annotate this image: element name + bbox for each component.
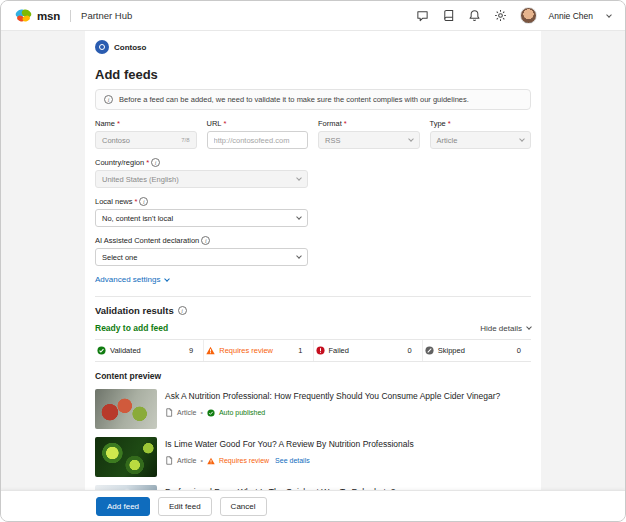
- meta-separator: •: [200, 409, 202, 416]
- name-label: Name: [95, 119, 115, 128]
- article-thumbnail-limes: [95, 437, 157, 477]
- action-bar: Add feed Edit feed Cancel: [1, 490, 625, 521]
- chevron-down-icon: [165, 276, 171, 282]
- required-marker: *: [448, 119, 451, 128]
- local-news-value: No, content isn't local: [102, 214, 173, 223]
- required-marker: *: [224, 119, 227, 128]
- validation-header: Validation results i: [95, 305, 531, 316]
- stat-label: Failed: [329, 346, 349, 355]
- user-name: Annie Chen: [549, 11, 593, 21]
- document-icon: [165, 408, 173, 417]
- format-field-group: Format * RSS: [318, 119, 420, 149]
- preview-item: Is Lime Water Good For You? A Review By …: [95, 437, 531, 477]
- required-marker: *: [135, 197, 138, 206]
- validation-info-icon[interactable]: i: [178, 306, 187, 315]
- advanced-settings-link[interactable]: Advanced settings: [95, 275, 169, 284]
- org-row: Contoso: [95, 40, 531, 54]
- local-news-info-icon[interactable]: i: [139, 197, 148, 206]
- article-title: Ask A Nutrition Professional: How Freque…: [165, 391, 500, 401]
- content-area: Contoso Add feeds i Before a feed can be…: [1, 31, 625, 490]
- cancel-button[interactable]: Cancel: [220, 497, 267, 516]
- format-label: Format: [318, 119, 342, 128]
- stat-count: 9: [189, 346, 193, 355]
- ai-declaration-value: Select one: [102, 253, 137, 262]
- stat-validated: Validated 9: [95, 340, 204, 361]
- stat-failed: Failed 0: [314, 340, 423, 361]
- user-avatar[interactable]: [520, 7, 537, 24]
- type-label: Type: [430, 119, 446, 128]
- info-icon: i: [104, 95, 113, 104]
- app-name: Partner Hub: [81, 10, 132, 21]
- org-logo: [95, 40, 109, 54]
- org-name: Contoso: [114, 43, 146, 52]
- error-circle-icon: [316, 346, 325, 355]
- country-info-icon[interactable]: i: [151, 158, 160, 167]
- validation-stats: Validated 9 Requires review 1 Failed 0: [95, 339, 531, 362]
- content-preview-title: Content preview: [95, 371, 531, 381]
- article-status: Auto published: [219, 409, 265, 416]
- type-dropdown: Article: [430, 131, 532, 149]
- feedback-icon[interactable]: [416, 9, 430, 23]
- warning-triangle-icon: [206, 346, 215, 355]
- check-circle-icon: [97, 346, 106, 355]
- settings-icon[interactable]: [494, 9, 508, 23]
- hide-details-toggle[interactable]: Hide details: [480, 324, 531, 333]
- top-bar: msn Partner Hub Annie Chen: [1, 1, 625, 31]
- country-value: United States (English): [102, 175, 179, 184]
- brand: msn Partner Hub: [15, 9, 132, 22]
- stat-count: 0: [517, 346, 521, 355]
- warning-triangle-icon: [207, 457, 215, 465]
- user-menu-chevron-down-icon[interactable]: [606, 12, 612, 18]
- chevron-down-icon: [296, 214, 302, 220]
- type-value: Article: [437, 136, 458, 145]
- documentation-icon[interactable]: [442, 9, 456, 23]
- chevron-down-icon: [526, 324, 532, 330]
- format-dropdown: RSS: [318, 131, 420, 149]
- ai-declaration-dropdown[interactable]: Select one: [95, 248, 308, 266]
- validation-status-row: Ready to add feed Hide details: [95, 323, 531, 333]
- validation-status-text: Ready to add feed: [95, 323, 168, 333]
- stat-count: 1: [298, 346, 302, 355]
- preview-item: Ask A Nutrition Professional: How Freque…: [95, 389, 531, 429]
- stat-label: Skipped: [438, 346, 465, 355]
- article-status: Requires review: [219, 457, 269, 464]
- chevron-down-icon: [296, 253, 302, 259]
- stat-requires-review: Requires review 1: [204, 340, 313, 361]
- msn-logo-text: msn: [37, 10, 60, 22]
- format-value: RSS: [325, 136, 340, 145]
- country-label: Country/region: [95, 158, 144, 167]
- hide-details-label: Hide details: [480, 324, 522, 333]
- meta-separator: •: [200, 457, 202, 464]
- name-field-group: Name * Contoso 7/8: [95, 119, 197, 149]
- chevron-down-icon: [408, 136, 414, 142]
- notifications-icon[interactable]: [468, 9, 482, 23]
- add-feed-button[interactable]: Add feed: [96, 497, 150, 516]
- local-news-field-group: Local news * i No, content isn't local: [95, 197, 308, 227]
- stat-label: Requires review: [219, 346, 273, 355]
- msn-butterfly-icon: [15, 9, 32, 22]
- page-title: Add feeds: [95, 67, 531, 82]
- section-divider: [95, 296, 531, 297]
- ai-declaration-label: AI Assisted Content declaration: [95, 236, 199, 245]
- document-icon: [165, 456, 173, 465]
- country-dropdown: United States (English): [95, 170, 308, 188]
- country-field-group: Country/region * i United States (Englis…: [95, 158, 308, 188]
- article-thumbnail-apples: [95, 389, 157, 429]
- check-circle-icon: [207, 409, 215, 417]
- stat-count: 0: [408, 346, 412, 355]
- chevron-down-icon: [519, 136, 525, 142]
- see-details-link[interactable]: See details: [275, 457, 310, 464]
- local-news-dropdown[interactable]: No, content isn't local: [95, 209, 308, 227]
- name-char-counter: 7/8: [181, 137, 189, 143]
- article-meta: Article • Requires review See details: [165, 456, 414, 465]
- edit-feed-button[interactable]: Edit feed: [158, 497, 212, 516]
- local-news-label: Local news: [95, 197, 133, 206]
- ai-declaration-info-icon[interactable]: i: [201, 236, 210, 245]
- brand-divider: [70, 10, 71, 22]
- info-banner: i Before a feed can be added, we need to…: [95, 89, 531, 110]
- ai-declaration-field-group: AI Assisted Content declaration i Select…: [95, 236, 308, 266]
- add-feeds-card: Contoso Add feeds i Before a feed can be…: [85, 31, 541, 490]
- url-input[interactable]: [207, 131, 309, 149]
- advanced-settings-label: Advanced settings: [95, 275, 160, 284]
- article-type: Article: [177, 457, 196, 464]
